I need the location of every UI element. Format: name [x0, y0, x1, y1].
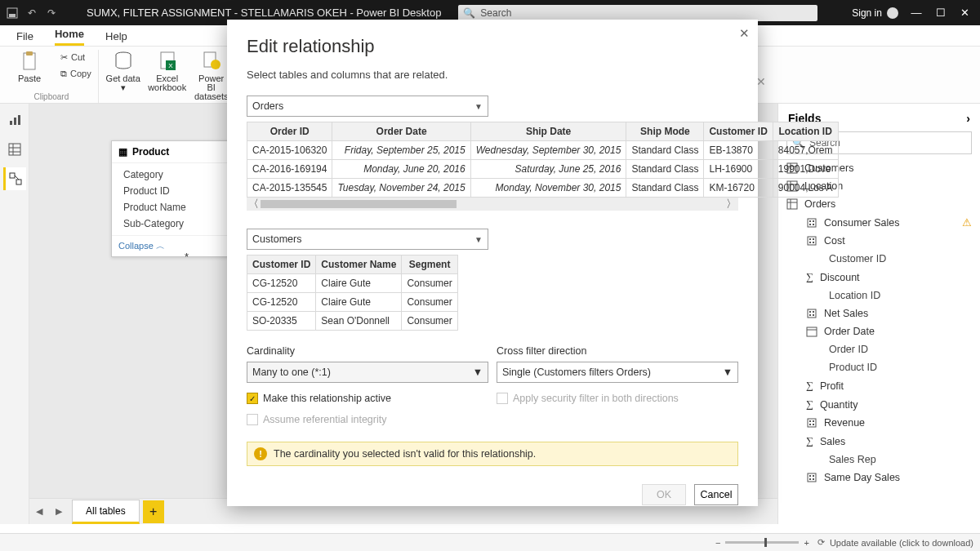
cell: Sean O'Donnell — [316, 312, 402, 331]
dialog-close-button[interactable]: ✕ — [739, 26, 750, 41]
chevron-right-icon[interactable]: › — [966, 112, 970, 125]
measure-icon — [806, 308, 817, 319]
menu-file[interactable]: File — [16, 30, 33, 46]
zoom-in-icon[interactable]: + — [804, 538, 808, 548]
field-node[interactable]: Order ID — [778, 340, 980, 358]
table-node[interactable]: Orders — [778, 195, 980, 213]
scroll-left-icon[interactable]: 〈 — [248, 198, 259, 211]
svg-rect-55 — [813, 478, 814, 480]
tab-next[interactable]: ▶ — [49, 506, 69, 517]
cell: Saturday, June 25, 2016 — [470, 160, 626, 179]
report-view-button[interactable] — [3, 109, 26, 131]
cardinality-value: Many to one (*:1) — [252, 367, 331, 378]
col-header[interactable]: Customer Name — [316, 256, 402, 274]
cell: Consumer — [402, 293, 457, 312]
paste-button[interactable]: Paste — [11, 50, 47, 83]
zoom-out-icon[interactable]: − — [715, 538, 720, 548]
field-node[interactable]: Consumer Sales⚠ — [778, 213, 980, 232]
zoom-slider[interactable] — [725, 541, 799, 544]
svg-point-9 — [211, 60, 220, 69]
pbi-datasets-button[interactable]: Power BI datasets — [194, 50, 229, 101]
col-header[interactable]: Segment — [402, 256, 457, 274]
secondary-close-icon[interactable]: ✕ — [756, 75, 771, 90]
excel-button[interactable]: X Excel workbook — [149, 50, 185, 101]
table-row[interactable]: CG-12520Claire GuteConsumer — [247, 274, 458, 293]
collapse-link[interactable]: Collapse ︿ — [112, 235, 233, 256]
field-item[interactable]: Sub-Category — [112, 216, 233, 232]
col-header[interactable]: Customer ID — [704, 122, 773, 141]
redo-icon[interactable]: ↷ — [44, 6, 59, 20]
zoom-control[interactable]: − + — [715, 538, 809, 548]
copy-button[interactable]: ⧉Copy — [60, 66, 91, 81]
crossfilter-combo[interactable]: Single (Customers filters Orders) ▼ — [497, 362, 738, 383]
tab-prev[interactable]: ◀ — [29, 506, 49, 517]
svg-rect-42 — [809, 314, 811, 316]
table-card-product[interactable]: ▦Product Category Product ID Product Nam… — [111, 140, 234, 257]
svg-rect-36 — [813, 238, 814, 240]
maximize-button[interactable]: ☐ — [934, 7, 947, 19]
field-node[interactable]: Same Day Sales — [778, 469, 980, 487]
cell: EB-13870 — [704, 141, 773, 160]
col-header[interactable]: Location ID — [773, 122, 838, 141]
add-tab-button[interactable]: + — [143, 500, 164, 523]
menu-home[interactable]: Home — [55, 28, 84, 46]
field-node[interactable]: Sales Rep — [778, 451, 980, 469]
tab-all-tables[interactable]: All tables — [72, 500, 140, 524]
col-header[interactable]: Ship Date — [470, 122, 626, 141]
col-header[interactable]: Ship Mode — [626, 122, 704, 141]
measure-icon — [806, 235, 817, 247]
field-node[interactable]: ∑Discount — [778, 268, 980, 287]
scroll-right-icon[interactable]: 〉 — [726, 198, 737, 211]
update-notice[interactable]: ⟳ Update available (click to download) — [817, 537, 973, 548]
save-icon[interactable] — [5, 6, 20, 20]
field-node[interactable]: Product ID — [778, 358, 980, 376]
scroll-thumb[interactable] — [261, 200, 457, 208]
col-header[interactable]: Order Date — [332, 122, 470, 141]
minimize-button[interactable]: — — [910, 7, 923, 19]
svg-rect-51 — [808, 473, 816, 482]
table-row[interactable]: CA-2016-169194Monday, June 20, 2016Satur… — [247, 160, 839, 179]
cut-button[interactable]: ✂Cut — [60, 50, 91, 64]
chk-active[interactable]: ✓ Make this relationship active — [247, 393, 488, 404]
svg-rect-43 — [813, 314, 814, 316]
field-node[interactable]: Cost — [778, 232, 980, 250]
table1-preview[interactable]: Order IDOrder DateShip DateShip ModeCust… — [247, 122, 839, 198]
svg-rect-53 — [813, 475, 814, 477]
model-view-button[interactable] — [3, 167, 26, 190]
field-node[interactable]: Net Sales — [778, 304, 980, 322]
table-row[interactable]: CA-2015-106320Friday, September 25, 2015… — [247, 141, 839, 160]
get-data-button[interactable]: Get data ▾ — [105, 50, 141, 101]
svg-rect-17 — [10, 173, 15, 178]
field-item[interactable]: Category — [112, 167, 233, 183]
table2-preview[interactable]: Customer IDCustomer NameSegmentCG-12520C… — [247, 255, 458, 331]
field-item[interactable]: Product Name — [112, 199, 233, 216]
close-window-button[interactable]: ✕ — [959, 7, 972, 19]
group-clipboard: Clipboard — [33, 92, 69, 103]
table-row[interactable]: CA-2015-135545Tuesday, November 24, 2015… — [247, 179, 839, 198]
field-node[interactable]: ∑Quantity — [778, 395, 980, 414]
field-item[interactable]: Product ID — [112, 183, 233, 199]
field-node[interactable]: Order Date — [778, 322, 980, 340]
cancel-button[interactable]: Cancel — [694, 484, 738, 505]
menu-help[interactable]: Help — [105, 30, 127, 46]
table-row[interactable]: SO-20335Sean O'DonnellConsumer — [247, 312, 458, 331]
table1-dropdown[interactable]: Orders ▼ — [247, 96, 488, 117]
cell: CA-2015-135545 — [247, 179, 332, 198]
field-node[interactable]: Location ID — [778, 287, 980, 304]
crossfilter-value: Single (Customers filters Orders) — [502, 367, 651, 378]
field-node[interactable]: Customer ID — [778, 250, 980, 268]
field-node[interactable]: ∑Sales — [778, 432, 980, 451]
data-view-button[interactable] — [3, 138, 26, 161]
sign-in-button[interactable]: Sign in — [852, 7, 898, 19]
col-header[interactable]: Customer ID — [247, 256, 316, 274]
table2-dropdown[interactable]: Customers ▼ — [247, 229, 488, 250]
field-node[interactable]: ∑Profit — [778, 376, 980, 395]
search-box[interactable]: 🔍 Search — [458, 5, 817, 21]
table-row[interactable]: CG-12520Claire GuteConsumer — [247, 293, 458, 312]
cardinality-combo[interactable]: Many to one (*:1) ▼ — [247, 362, 488, 383]
undo-icon[interactable]: ↶ — [24, 6, 39, 20]
sigma-icon: ∑ — [806, 398, 813, 411]
col-header[interactable]: Order ID — [247, 122, 332, 141]
table1-hscroll[interactable]: 〈 〉 — [247, 198, 738, 211]
field-node[interactable]: Revenue — [778, 414, 980, 432]
